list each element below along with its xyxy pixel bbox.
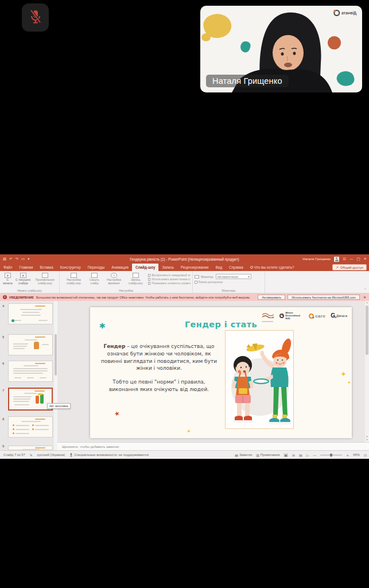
group-label-monitors: Мониторы [193, 289, 265, 292]
checkbox-icon [148, 278, 151, 281]
slide-sorter-view-icon[interactable]: ⊞ [292, 453, 295, 457]
notification-title: УВЕДОМЛЕНИЕ [9, 296, 34, 299]
share-icon: ↗ [336, 265, 339, 269]
prev-next-slide-buttons[interactable]: ▴ ▾ [365, 435, 369, 441]
redo-icon[interactable]: ↷ [15, 257, 18, 261]
checkbox-icon [148, 282, 151, 285]
slide-thumbnail-5[interactable] [8, 334, 53, 355]
notification-close-icon[interactable]: ✕ [363, 295, 366, 299]
vertical-scrollbar[interactable]: ▴ [365, 301, 369, 442]
tab-slideshow[interactable]: Слайд-шоу [132, 264, 159, 271]
share-button[interactable]: ↗ Общий доступ [332, 264, 367, 270]
ribbon: С начала С текущего слайда Произвольное … [0, 271, 369, 293]
divchata-g-icon: G [331, 313, 335, 319]
play-narrations-checkbox[interactable]: Воспроизвести закадровый текст [148, 274, 191, 277]
slideshow-view-icon[interactable]: ▷ [306, 453, 309, 457]
comments-icon: ▥ [256, 453, 259, 457]
account-avatar[interactable] [334, 257, 339, 262]
use-timings-checkbox[interactable]: Использовать время показа слайдов [148, 278, 191, 281]
account-name[interactable]: Наталя Грищенко [302, 257, 331, 261]
notes-pane[interactable]: Щелкните, чтобы добавить заметки [57, 442, 369, 450]
record-slideshow-button[interactable]: Запись слайд-шоу [125, 273, 146, 285]
from-beginning-icon [5, 273, 11, 278]
from-beginning-button[interactable]: С начала [2, 273, 14, 285]
tab-home[interactable]: Главная [15, 264, 36, 271]
zoom-level[interactable]: 65% [353, 453, 360, 457]
slide-thumbnail-8[interactable] [8, 416, 53, 438]
zoom-in-icon[interactable]: + [346, 453, 349, 457]
tab-insert[interactable]: Вставка [36, 264, 56, 271]
slide[interactable]: Aktion Deutschland Hilft care G Дівчата [90, 307, 352, 438]
tab-animations[interactable]: Анимация [108, 264, 132, 271]
use-free-button[interactable]: Использовать бесплатно на Microsoft365.c… [288, 295, 360, 300]
hide-slide-button[interactable]: Скрыть слайд [86, 273, 103, 285]
notes-button[interactable]: ▤ Заметки [235, 453, 252, 457]
fit-slide-icon[interactable]: ⊡ [364, 453, 367, 457]
activate-button[interactable]: Активировать [258, 295, 285, 300]
language-indicator[interactable]: русский (Украина) [37, 453, 65, 457]
mic-muted-icon [29, 9, 42, 27]
thumb-number: 5 [2, 335, 4, 339]
restore-icon[interactable]: ▢ [356, 257, 360, 261]
normal-view-icon[interactable]: ▣ [283, 453, 288, 457]
monitor-select[interactable]: Автоматически ▾ [216, 274, 251, 279]
from-current-slide-button[interactable]: С текущего слайда [14, 273, 33, 285]
reading-view-icon[interactable]: ▤ [299, 453, 302, 457]
tab-record[interactable]: Запись [158, 264, 177, 271]
divchata-logo: G Дівчата [331, 313, 347, 319]
record-slideshow-icon [133, 273, 139, 278]
ribbon-options-icon[interactable]: ⊡ [343, 257, 345, 261]
custom-slideshow-button[interactable]: Произвольное слайд-шоу [33, 273, 57, 285]
canvas-column: Aktion Deutschland Hilft care G Дівчата [57, 301, 369, 450]
mute-button[interactable] [22, 3, 49, 32]
present-icon[interactable]: ▭ [21, 257, 25, 261]
accessibility-icon [69, 453, 73, 457]
accessibility-status[interactable]: Специальные возможности: не поддерживает… [69, 453, 149, 457]
tab-help[interactable]: Справка [226, 264, 247, 271]
collapse-ribbon-icon[interactable]: ⌃ [364, 288, 367, 292]
close-icon[interactable]: ✕ [364, 257, 367, 261]
yellow-sparkle-decor: ✦ [340, 370, 347, 378]
participant-video-tile[interactable]: Дівчата Наталя Грищенко [200, 6, 362, 92]
tellme-box[interactable]: Что вы хотите сделать? [247, 264, 298, 271]
tab-view[interactable]: Вид [212, 264, 226, 271]
zoom-slider[interactable] [320, 455, 342, 455]
tab-file[interactable]: Файл [0, 264, 15, 271]
qat-customize-icon[interactable]: ▾ [28, 257, 29, 261]
thumb-number-selected: 7 [2, 389, 4, 392]
ribbon-group-setup: Настройка слайд-шоу Скрыть слайд Настрой… [60, 271, 193, 293]
lightbulb-icon [250, 266, 253, 269]
minimize-icon[interactable]: — [349, 257, 354, 261]
ribbon-group-start-slideshow: С начала С текущего слайда Произвольное … [0, 271, 60, 293]
adh-emblem-icon [279, 314, 284, 318]
aktion-deutschland-hilft-logo: Aktion Deutschland Hilft [279, 312, 304, 320]
checkbox-icon [148, 274, 151, 277]
presenter-view-checkbox[interactable]: Режим докладчика [195, 281, 223, 284]
slide-canvas: Aktion Deutschland Hilft care G Дівчата [57, 301, 369, 442]
slide-title: Гендер і стать [90, 320, 352, 329]
rehearse-timings-button[interactable]: Настройка времени [103, 273, 125, 285]
slide-indicator: Слайд 7 из 57 [3, 453, 25, 457]
save-icon[interactable]: ▤ [3, 257, 6, 261]
tab-design[interactable]: Конструктор [57, 264, 84, 271]
monitor-row: Монитор: Автоматически ▾ [195, 274, 251, 279]
tab-review[interactable]: Рецензирование [177, 264, 212, 271]
comments-button[interactable]: ▥ Примечания [256, 453, 279, 457]
kids-illustration [225, 330, 294, 429]
slide-thumbnail-4[interactable] [8, 303, 53, 324]
tab-transitions[interactable]: Переходы [84, 264, 108, 271]
zoom-out-icon[interactable]: — [313, 453, 316, 457]
setup-slideshow-button[interactable]: Настройка слайд-шоу [61, 273, 86, 285]
previous-slide-icon[interactable]: ▴ [366, 435, 367, 438]
slide-thumbnail-6[interactable] [8, 361, 53, 382]
slide-body-text: Гендер – це очікування суспільства, що о… [98, 343, 220, 393]
slide-thumbnail-7-selected[interactable] [8, 388, 53, 411]
slide-thumbnail-9[interactable] [8, 446, 53, 450]
show-media-controls-checkbox[interactable]: Показывать элементы управления проигрыва… [148, 282, 191, 285]
next-slide-icon[interactable]: ▾ [366, 438, 367, 441]
spell-check-icon[interactable]: ✎ [30, 453, 33, 457]
status-bar: Слайд 7 из 57 ✎ русский (Украина) Специа… [0, 450, 369, 459]
undo-icon[interactable]: ↶ [9, 257, 12, 261]
thumb-number: 4 [2, 304, 4, 308]
slide-thumbnail-panel: 4 5 [0, 301, 57, 450]
